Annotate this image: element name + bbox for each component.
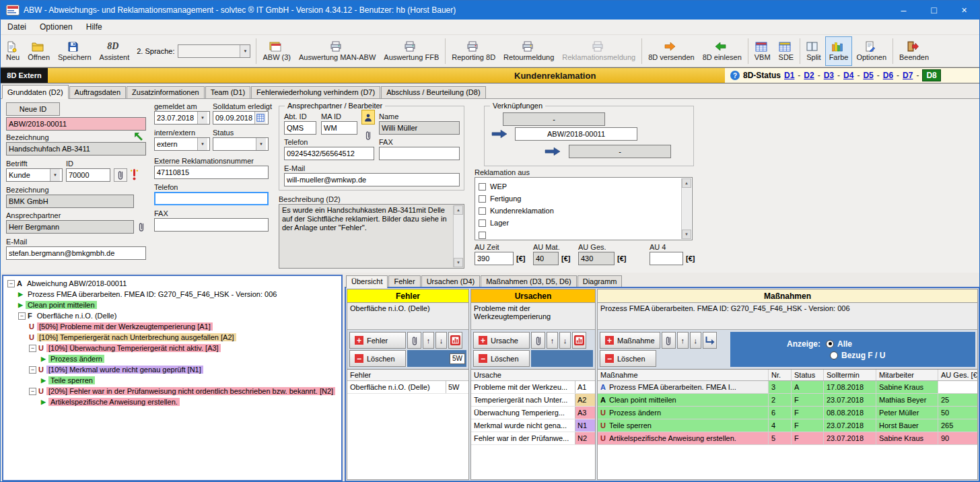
tree-node[interactable]: ▶Prozess ändern — [3, 353, 341, 364]
massnahme-row[interactable]: UArtikelspezifische Anweisung erstellen.… — [598, 432, 977, 445]
tab-zusatzinformationen[interactable]: Zusatzinformationen — [127, 86, 205, 98]
externe-nr-field[interactable]: 47110815 — [154, 166, 269, 179]
tree-node[interactable]: ▶Artikelspezifische Anweisung erstellen. — [3, 397, 341, 407]
status-select[interactable]: ▼ — [213, 137, 269, 151]
delete-ursache-button[interactable]: −Löschen — [473, 350, 530, 367]
checkbox-row-fertigung[interactable]: Fertigung — [479, 193, 680, 205]
ursache-row[interactable]: Probleme mit der Werkzeu...A1 — [471, 381, 595, 394]
massnahme-row[interactable]: UTeile sperren 4 F 23.07.2018 Horst Baue… — [598, 419, 977, 432]
tree-node[interactable]: ▶Prozess FMEA überarbeiten. FMEA ID: G27… — [3, 289, 341, 300]
add-fehler-button[interactable]: +Fehler — [349, 332, 406, 349]
toolbar-neu-button[interactable]: Neu — [2, 36, 24, 66]
dropdown-arrow-icon[interactable]: ▼ — [197, 112, 207, 124]
assign-massnahme-button[interactable] — [703, 332, 717, 349]
bearbeiter-telefon-field[interactable]: 09245432/56564512 — [284, 147, 374, 160]
expander-icon[interactable]: − — [18, 312, 26, 320]
tab-grunddaten[interactable]: Grunddaten (D2) — [2, 85, 69, 99]
ursache-analysis-button[interactable] — [572, 332, 586, 349]
attachment-button[interactable] — [407, 332, 421, 349]
checkbox[interactable] — [479, 183, 486, 191]
tab-ursachen[interactable]: Ursachen (D4) — [421, 275, 481, 287]
neue-id-button[interactable]: Neue ID — [6, 102, 60, 116]
minimize-button[interactable]: – — [888, 1, 919, 20]
radio-bezug[interactable] — [830, 351, 838, 359]
au-4-field[interactable] — [650, 252, 683, 265]
abw-id-field[interactable]: ABW/2018-00011 — [6, 117, 146, 131]
checkbox-row-partial[interactable] — [479, 229, 680, 240]
kunde-id-field[interactable]: 70000 — [66, 168, 110, 182]
move-down-button[interactable]: ↓ — [559, 332, 571, 349]
link-d1[interactable]: D1 — [784, 71, 794, 80]
attachment-icon[interactable] — [362, 129, 374, 142]
link-d6[interactable]: D6 — [883, 71, 893, 80]
checkbox-row-kundenreklamation[interactable]: Kundenreklamation — [479, 205, 680, 217]
tab-fehler[interactable]: Fehler — [388, 275, 420, 287]
checkbox[interactable] — [479, 207, 486, 215]
expander-icon[interactable]: − — [7, 280, 15, 287]
bearbeiter-email-field[interactable]: will-mueller@wmkwp.de — [284, 173, 460, 186]
tab-abschluss[interactable]: Abschluss / Beurteilung (D8) — [381, 86, 485, 98]
au-zeit-field[interactable]: 390 — [475, 252, 514, 265]
ma-id-field[interactable]: WM — [321, 121, 357, 135]
toolbar-vbm-button[interactable]: VBM — [750, 36, 775, 66]
kunde-email-field[interactable]: stefan.bergmann@bmkgmbh.de — [6, 246, 146, 260]
ursache-row[interactable]: Überwachung Temperierg...A3 — [471, 407, 595, 419]
bearbeiter-fax-field[interactable] — [379, 147, 460, 160]
menu-optionen[interactable]: Optionen — [33, 20, 79, 34]
tree-node[interactable]: −FOberfläche n.i.O. (Delle) — [3, 310, 341, 321]
move-up-button[interactable]: ↑ — [677, 332, 689, 349]
tree-node[interactable]: U[10%] Temperiergerät nach Unterbrechung… — [3, 332, 341, 343]
intern-extern-select[interactable]: extern▼ — [154, 137, 210, 151]
link-d7[interactable]: D7 — [903, 71, 913, 80]
beschreibung-textarea[interactable]: Es wurde ein Handschuhkasten AB-3411mit … — [279, 204, 464, 269]
ursache-row[interactable]: Merkmal wurde nicht gena...N1 — [471, 419, 595, 432]
tree-node[interactable]: −U[10%] Überwachung Temperiergerät nicht… — [3, 343, 341, 353]
tab-auftragsdaten[interactable]: Auftragsdaten — [69, 86, 127, 98]
toolbar-retourmeldung-button[interactable]: Retourmeldung — [499, 36, 558, 66]
abt-id-field[interactable]: QMS — [284, 121, 316, 135]
link-d4[interactable]: D4 — [843, 71, 853, 80]
toolbar-auswertung-man-abw-button[interactable]: Auswertung MAN-ABW — [295, 36, 380, 66]
toolbar-8d-versenden-button[interactable]: 8D versenden — [644, 36, 699, 66]
fehler-row[interactable]: Oberfläche n.i.O. (Delle) 5W — [347, 381, 468, 394]
person-lookup-button[interactable] — [361, 110, 375, 125]
scroll-down-button[interactable]: ▼ — [682, 230, 691, 239]
goto-link-icon[interactable] — [133, 131, 145, 141]
toolbar-sde-button[interactable]: SDE — [775, 36, 798, 66]
expander-icon[interactable]: − — [29, 366, 36, 374]
dropdown-arrow-icon[interactable]: ▼ — [256, 138, 266, 150]
dropdown-arrow-icon[interactable]: ▼ — [240, 45, 250, 57]
attachment-button[interactable] — [114, 168, 127, 182]
priority-icon[interactable] — [129, 167, 139, 182]
ursache-row[interactable]: Fehler war in der Prüfanwe...N2 — [471, 432, 595, 445]
scroll-up-button[interactable]: ▲ — [454, 205, 463, 215]
scrollbar[interactable]: ▲ ▼ — [453, 205, 463, 267]
massnahme-row[interactable]: UProzess ändern 6 F 08.08.2018 Peter Mül… — [598, 407, 977, 419]
toolbar-beenden-button[interactable]: Beenden — [895, 36, 933, 66]
tree-node[interactable]: U[50%] Probleme mit der Werkzeugtemperie… — [3, 321, 341, 332]
scrollbar[interactable]: ▲ ▼ — [681, 178, 691, 239]
gemeldet-am-select[interactable]: 23.07.2018▼ — [154, 111, 210, 125]
massnahme-row[interactable]: AProzess FMEA überarbeiten. FMEA I... 3 … — [598, 381, 977, 394]
close-button[interactable]: × — [949, 1, 979, 20]
attachment-button[interactable] — [662, 332, 676, 349]
delete-fehler-button[interactable]: −Löschen — [349, 350, 406, 367]
ursache-row[interactable]: Temperiergerät nach Unter...A2 — [471, 394, 595, 407]
toolbar-split-button[interactable]: Split — [802, 36, 825, 66]
help-icon[interactable]: ? — [730, 71, 740, 80]
tab-fehlerwiederholung[interactable]: Fehlerwiederholung verhindern (D7) — [251, 86, 380, 98]
expander-icon[interactable]: − — [29, 388, 36, 395]
move-down-button[interactable]: ↓ — [690, 332, 701, 349]
5w-analysis-button[interactable] — [448, 332, 462, 349]
solldatum-field[interactable]: 09.09.2018 — [213, 111, 269, 125]
link-d2[interactable]: D2 — [804, 71, 814, 80]
checkbox-row-lager[interactable]: Lager — [479, 217, 680, 229]
link-d8-active[interactable]: D8 — [922, 69, 940, 81]
scroll-up-button[interactable]: ▲ — [682, 178, 691, 188]
move-down-button[interactable]: ↓ — [435, 332, 447, 349]
checkbox[interactable] — [479, 219, 486, 227]
toolbar-oeffnen-button[interactable]: Öffnen — [24, 36, 54, 66]
expander-icon[interactable]: − — [29, 345, 36, 352]
add-massnahme-button[interactable]: +Maßnahme — [600, 332, 660, 349]
fax-field[interactable] — [154, 218, 269, 232]
